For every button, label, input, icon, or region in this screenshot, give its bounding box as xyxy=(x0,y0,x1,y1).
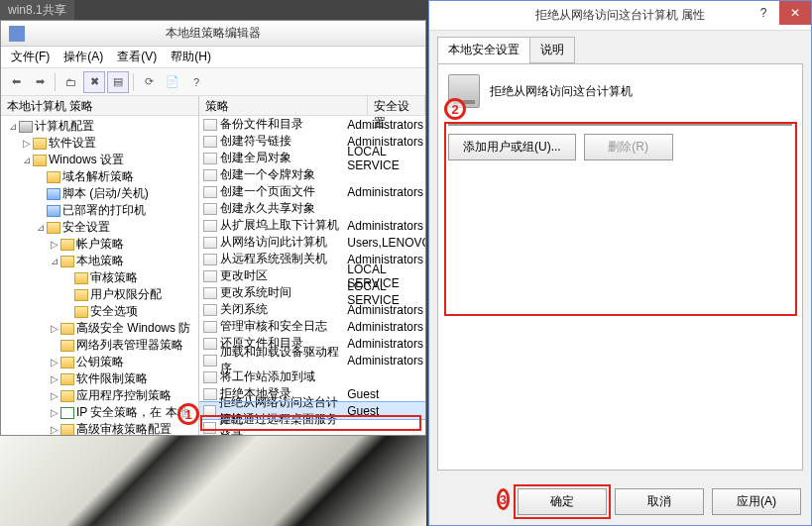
help-icon[interactable]: ? xyxy=(185,71,207,93)
tree-label: 高级审核策略配置 xyxy=(76,421,172,435)
tree-twisty-icon[interactable]: ▷ xyxy=(49,373,60,384)
folder-icon xyxy=(60,323,74,335)
tree-node[interactable]: 域名解析策略 xyxy=(3,168,198,185)
folder-icon xyxy=(74,306,88,318)
cancel-button[interactable]: 取消 xyxy=(615,488,704,515)
folder-icon xyxy=(60,390,74,402)
policy-row[interactable]: 加载和卸载设备驱动程序Administrators xyxy=(199,352,425,368)
add-user-button[interactable]: 添加用户或组(U)... xyxy=(448,134,576,160)
forward-icon[interactable]: ➡ xyxy=(29,71,51,93)
policy-name: 管理审核和安全日志 xyxy=(220,318,327,335)
members-listbox[interactable] xyxy=(448,124,792,126)
list-pane: 策略 安全设置 备份文件和目录Administrators创建符号链接Admin… xyxy=(199,96,425,435)
tree-node[interactable]: ⊿安全设置 xyxy=(3,219,198,236)
help-button[interactable]: ? xyxy=(748,1,779,25)
properties-icon[interactable]: ▤ xyxy=(107,71,129,93)
tree-node[interactable]: ▷IP 安全策略，在 本地 xyxy=(3,404,198,421)
tree-twisty-icon[interactable]: ⊿ xyxy=(7,121,19,132)
policy-setting: Users,LENOVO xyxy=(347,236,425,250)
tree-node[interactable]: ⊿计算机配置 xyxy=(3,118,198,135)
menu-file[interactable]: 文件(F) xyxy=(5,47,56,67)
tree-node[interactable]: ▷高级审核策略配置 xyxy=(3,421,198,435)
folder-icon xyxy=(74,272,88,284)
policy-row[interactable]: 备份文件和目录Administrators xyxy=(199,116,425,133)
policy-row[interactable]: 从网络访问此计算机Users,LENOVO xyxy=(199,234,425,251)
tree-node[interactable]: 网络列表管理器策略 xyxy=(3,337,198,354)
desktop-background xyxy=(0,436,426,526)
tree-twisty-icon[interactable]: ⊿ xyxy=(21,155,33,165)
policy-icon xyxy=(203,254,217,265)
tree-label: 帐户策略 xyxy=(76,236,124,253)
tree-node[interactable]: ⊿本地策略 xyxy=(3,253,198,269)
refresh-icon[interactable]: ⟳ xyxy=(138,71,160,93)
list-header[interactable]: 策略 安全设置 xyxy=(199,96,425,116)
tree-twisty-icon[interactable]: ▷ xyxy=(49,239,60,250)
tree-label: 审核策略 xyxy=(90,269,138,286)
tree-node[interactable]: 用户权限分配 xyxy=(3,286,198,303)
prop-titlebar[interactable]: 拒绝从网络访问这台计算机 属性 ? ✕ xyxy=(429,1,811,31)
tree-node[interactable]: ⊿Windows 设置 xyxy=(3,152,198,168)
tab-explain[interactable]: 说明 xyxy=(529,37,575,63)
tree-twisty-icon[interactable]: ▷ xyxy=(49,407,60,418)
folder-icon xyxy=(47,171,60,183)
back-icon[interactable]: ⬅ xyxy=(5,71,27,93)
tree-node[interactable]: ▷软件设置 xyxy=(3,135,198,152)
apply-button[interactable]: 应用(A) xyxy=(712,488,801,515)
policy-icon xyxy=(203,270,217,282)
policy-name: 更改时区 xyxy=(220,267,268,284)
menu-view[interactable]: 查看(V) xyxy=(111,47,163,67)
policy-setting: Administrators xyxy=(347,320,425,334)
tree-twisty-icon[interactable]: ▷ xyxy=(49,357,60,368)
tree-node[interactable]: 审核策略 xyxy=(3,269,198,286)
policy-setting: Administrators xyxy=(347,185,425,199)
menu-action[interactable]: 操作(A) xyxy=(58,47,109,67)
policy-row[interactable]: 将工作站添加到域 xyxy=(199,368,425,385)
folder-icon xyxy=(60,239,74,251)
tree-header[interactable]: 本地计算机 策略 xyxy=(1,96,198,116)
policy-row[interactable]: 创建永久共享对象 xyxy=(199,200,425,217)
col-policy[interactable]: 策略 xyxy=(199,96,368,115)
tree-node[interactable]: ▷应用程序控制策略 xyxy=(3,387,198,404)
tree-twisty-icon[interactable]: ⊿ xyxy=(49,256,60,266)
policy-icon xyxy=(203,304,217,316)
policy-row[interactable]: 创建一个页面文件Administrators xyxy=(199,183,425,200)
tree-label: 脚本 (启动/关机) xyxy=(62,185,149,202)
tree-node[interactable]: ▷帐户策略 xyxy=(3,236,198,253)
tree-twisty-icon[interactable]: ▷ xyxy=(49,424,60,435)
col-setting[interactable]: 安全设置 xyxy=(368,96,425,115)
policy-row[interactable]: 更改系统时间LOCAL SERVICE xyxy=(199,284,425,301)
tree-twisty-icon[interactable]: ▷ xyxy=(49,323,60,334)
tree-node[interactable]: 安全选项 xyxy=(3,303,198,320)
tree-node[interactable]: 已部署的打印机 xyxy=(3,202,198,219)
up-icon[interactable]: 🗀 xyxy=(59,71,81,93)
policy-row[interactable]: 管理审核和安全日志Administrators xyxy=(199,318,425,335)
folder-icon xyxy=(47,222,60,234)
gpe-titlebar[interactable]: 本地组策略编辑器 xyxy=(1,21,425,47)
menu-help[interactable]: 帮助(H) xyxy=(165,47,217,67)
prop-heading: 拒绝从网络访问这台计算机 xyxy=(490,83,633,100)
policy-row[interactable]: 关闭系统Administrators xyxy=(199,301,425,318)
tab-panel: 拒绝从网络访问这台计算机 2 添加用户或组(U)... 删除(R) xyxy=(437,63,803,471)
remove-button: 删除(R) xyxy=(584,134,673,160)
tree-twisty-icon[interactable]: ⊿ xyxy=(35,222,47,233)
policy-row[interactable]: 从扩展坞上取下计算机Administrators xyxy=(199,217,425,234)
annotation-1-rect xyxy=(200,415,421,431)
tree-node[interactable]: ▷高级安全 Windows 防 xyxy=(3,320,198,337)
close-button[interactable]: ✕ xyxy=(779,1,811,25)
tree-twisty-icon[interactable]: ▷ xyxy=(21,138,33,149)
policy-tree[interactable]: ⊿计算机配置▷软件设置⊿Windows 设置域名解析策略脚本 (启动/关机)已部… xyxy=(1,116,198,435)
policy-setting: Administrators xyxy=(347,118,425,132)
tree-label: 高级安全 Windows 防 xyxy=(76,320,190,337)
policy-list[interactable]: 备份文件和目录Administrators创建符号链接Administrator… xyxy=(199,116,425,435)
policy-row[interactable]: 创建全局对象LOCAL SERVICE xyxy=(199,150,425,166)
tree-node[interactable]: ▷软件限制策略 xyxy=(3,370,198,387)
export-icon[interactable]: 📄 xyxy=(162,71,183,93)
tree-twisty-icon[interactable]: ▷ xyxy=(49,390,60,401)
gpe-menubar: 文件(F) 操作(A) 查看(V) 帮助(H) xyxy=(1,47,425,68)
tree-node[interactable]: 脚本 (启动/关机) xyxy=(3,185,198,202)
policy-setting: Administrators xyxy=(347,337,425,351)
delete-icon[interactable]: ✖ xyxy=(83,71,105,93)
tree-node[interactable]: ▷公钥策略 xyxy=(3,354,198,370)
tree-pane[interactable]: 本地计算机 策略 ⊿计算机配置▷软件设置⊿Windows 设置域名解析策略脚本 … xyxy=(1,96,199,435)
tab-security[interactable]: 本地安全设置 xyxy=(437,37,530,63)
